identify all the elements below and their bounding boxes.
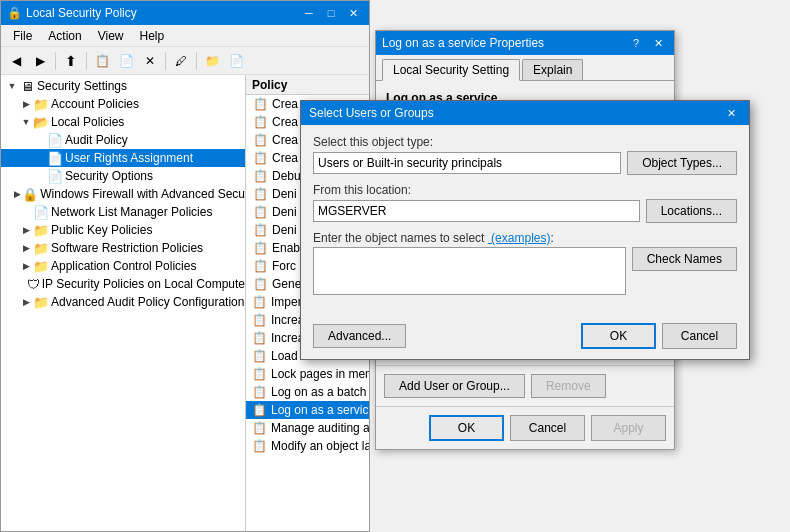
select-cancel-button[interactable]: Cancel <box>662 323 737 349</box>
tree-item-advanced-audit[interactable]: ▶ 📁 Advanced Audit Policy Configuration <box>1 293 245 311</box>
main-title-icon: 🔒 <box>7 6 22 20</box>
menu-action[interactable]: Action <box>40 27 89 45</box>
tree-item-account-policies[interactable]: ▶ 📁 Account Policies <box>1 95 245 113</box>
policy-icon-p9: 📋 <box>252 240 268 256</box>
toolbar: ◀ ▶ ⬆ 📋 📄 ✕ 🖊 📁 📄 <box>1 47 369 75</box>
select-ok-button[interactable]: OK <box>581 323 656 349</box>
ip-icon: 🛡 <box>27 276 40 292</box>
back-button[interactable]: ◀ <box>5 50 27 72</box>
examples-link[interactable]: (examples) <box>488 231 551 245</box>
menu-file[interactable]: File <box>5 27 40 45</box>
new-button[interactable]: 📄 <box>225 50 247 72</box>
props-help-button[interactable]: ? <box>626 36 646 50</box>
cancel-button[interactable]: Cancel <box>510 415 585 441</box>
props-footer: Add User or Group... Remove <box>376 365 674 406</box>
policy-item-p18[interactable]: 📋Log on as a service <box>246 401 369 419</box>
object-type-input[interactable] <box>313 152 621 174</box>
toggle-public-key[interactable]: ▶ <box>19 225 33 235</box>
open-button[interactable]: 📁 <box>201 50 223 72</box>
close-button[interactable]: ✕ <box>343 6 363 20</box>
locations-button[interactable]: Locations... <box>646 199 737 223</box>
user-rights-label: User Rights Assignment <box>65 151 193 165</box>
tab-explain[interactable]: Explain <box>522 59 583 80</box>
public-key-icon: 📁 <box>33 222 49 238</box>
public-key-label: Public Key Policies <box>51 223 152 237</box>
policy-icon-p13: 📋 <box>252 312 267 328</box>
tree-item-windows-firewall[interactable]: ▶ 🔒 Windows Firewall with Advanced Secu <box>1 185 245 203</box>
tab-bar: Local Security Setting Explain <box>376 55 674 81</box>
tab-local-security[interactable]: Local Security Setting <box>382 59 520 81</box>
tree-item-user-rights[interactable]: 📄 User Rights Assignment <box>1 149 245 167</box>
policy-icon-p7: 📋 <box>252 204 268 220</box>
tree-panel: ▼ 🖥 Security Settings ▶ 📁 Account Polici… <box>1 75 246 531</box>
policy-item-p19[interactable]: 📋Manage auditing an <box>246 419 369 437</box>
ok-button[interactable]: OK <box>429 415 504 441</box>
properties-button[interactable]: 🖊 <box>170 50 192 72</box>
maximize-button[interactable]: □ <box>321 6 341 20</box>
location-input[interactable] <box>313 200 640 222</box>
minimize-button[interactable]: ─ <box>299 6 319 20</box>
network-label: Network List Manager Policies <box>51 205 212 219</box>
paste-button[interactable]: 📄 <box>115 50 137 72</box>
tree-item-audit-policy[interactable]: 📄 Audit Policy <box>1 131 245 149</box>
toggle-account-policies[interactable]: ▶ <box>19 99 33 109</box>
policy-item-p17[interactable]: 📋Log on as a batch jo <box>246 383 369 401</box>
props-title-controls: ? ✕ <box>626 36 668 50</box>
select-body: Select this object type: Object Types...… <box>301 125 749 317</box>
policy-icon-p19: 📋 <box>252 420 267 436</box>
select-footer-right: OK Cancel <box>581 323 737 349</box>
tree-item-security-settings[interactable]: ▼ 🖥 Security Settings <box>1 77 245 95</box>
policy-item-p16[interactable]: 📋Lock pages in memo <box>246 365 369 383</box>
copy-button[interactable]: 📋 <box>91 50 113 72</box>
policy-icon-p8: 📋 <box>252 222 268 238</box>
advanced-label: Advanced Audit Policy Configuration <box>51 295 244 309</box>
delete-button[interactable]: ✕ <box>139 50 161 72</box>
object-names-input[interactable] <box>313 247 626 295</box>
menu-view[interactable]: View <box>90 27 132 45</box>
advanced-button[interactable]: Advanced... <box>313 324 406 348</box>
network-icon: 📄 <box>33 204 49 220</box>
up-button[interactable]: ⬆ <box>60 50 82 72</box>
sec-options-label: Security Options <box>65 169 153 183</box>
check-names-button[interactable]: Check Names <box>632 247 737 271</box>
object-type-row: Object Types... <box>313 151 737 175</box>
policy-icon-p6: 📋 <box>252 186 268 202</box>
policy-icon-p12: 📋 <box>252 294 267 310</box>
toggle-local-policies[interactable]: ▼ <box>19 117 33 127</box>
apply-button[interactable]: Apply <box>591 415 666 441</box>
tree-item-app-control[interactable]: ▶ 📁 Application Control Policies <box>1 257 245 275</box>
tree-item-local-policies[interactable]: ▼ 📂 Local Policies <box>1 113 245 131</box>
main-window-title: Local Security Policy <box>26 6 137 20</box>
tree-item-ip-security[interactable]: 🛡 IP Security Policies on Local Compute <box>1 275 245 293</box>
account-policies-icon: 📁 <box>33 96 49 112</box>
toggle-security-settings[interactable]: ▼ <box>5 81 19 91</box>
select-dialog-close-button[interactable]: ✕ <box>721 106 741 120</box>
policy-icon-p14: 📋 <box>252 330 267 346</box>
toggle-firewall[interactable]: ▶ <box>13 189 22 199</box>
policy-icon-p20: 📋 <box>252 438 267 454</box>
advanced-icon: 📁 <box>33 294 49 310</box>
tree-item-public-key[interactable]: ▶ 📁 Public Key Policies <box>1 221 245 239</box>
policy-icon-p4: 📋 <box>252 150 268 166</box>
props-close-button[interactable]: ✕ <box>648 36 668 50</box>
sec-options-icon: 📄 <box>47 168 63 184</box>
toggle-advanced[interactable]: ▶ <box>19 297 33 307</box>
object-names-section: Enter the object names to select (exampl… <box>313 231 737 295</box>
tree-item-network-list[interactable]: 📄 Network List Manager Policies <box>1 203 245 221</box>
object-types-button[interactable]: Object Types... <box>627 151 737 175</box>
object-names-label: Enter the object names to select (exampl… <box>313 231 737 245</box>
object-type-section: Select this object type: Object Types... <box>313 135 737 175</box>
select-footer: Advanced... OK Cancel <box>301 317 749 359</box>
add-user-or-group-button[interactable]: Add User or Group... <box>384 374 525 398</box>
policy-item-p20[interactable]: 📋Modify an object lab <box>246 437 369 455</box>
remove-button[interactable]: Remove <box>531 374 606 398</box>
tree-item-security-options[interactable]: 📄 Security Options <box>1 167 245 185</box>
audit-icon: 📄 <box>47 132 63 148</box>
policy-icon-p16: 📋 <box>252 366 267 382</box>
menu-help[interactable]: Help <box>132 27 173 45</box>
location-row: Locations... <box>313 199 737 223</box>
tree-item-software-restriction[interactable]: ▶ 📁 Software Restriction Policies <box>1 239 245 257</box>
forward-button[interactable]: ▶ <box>29 50 51 72</box>
toggle-software[interactable]: ▶ <box>19 243 33 253</box>
toggle-app[interactable]: ▶ <box>19 261 33 271</box>
